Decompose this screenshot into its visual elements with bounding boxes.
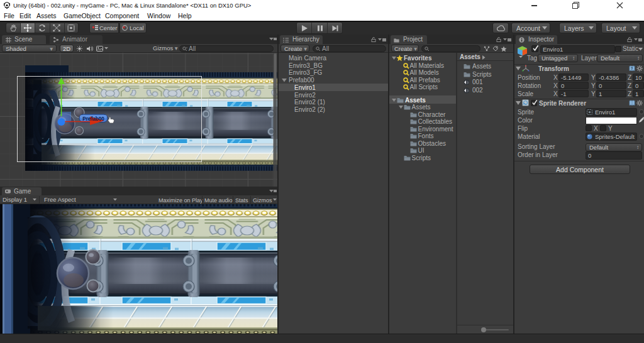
svg-text:Prefab00: Prefab00 [82, 116, 104, 122]
svg-text:?: ? [631, 67, 633, 70]
